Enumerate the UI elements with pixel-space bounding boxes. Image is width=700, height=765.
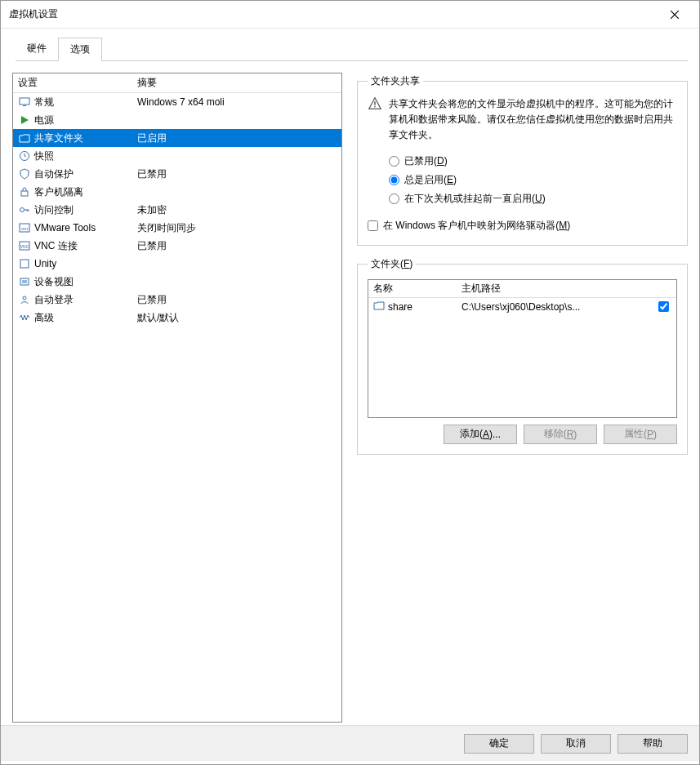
- properties-button[interactable]: 属性(P): [604, 425, 677, 444]
- list-item-label: 自动登录: [34, 293, 74, 307]
- radio-always[interactable]: 总是启用(E): [368, 171, 677, 189]
- ok-button[interactable]: 确定: [464, 734, 534, 754]
- folder-table[interactable]: 名称 主机路径 share C:\Users\xj060\Desktop\s..…: [368, 279, 677, 418]
- list-item-label: Unity: [34, 258, 56, 269]
- list-item[interactable]: VNC VNC 连接 已禁用: [13, 237, 341, 255]
- tab-options[interactable]: 选项: [58, 38, 102, 61]
- list-item-summary: 已禁用: [134, 167, 341, 181]
- svg-rect-3: [21, 191, 28, 196]
- col-name: 名称: [368, 282, 458, 296]
- list-item-label: 自动保护: [34, 167, 74, 181]
- map-drive-label: 在 Windows 客户机中映射为网络驱动器(M): [383, 219, 570, 233]
- share-group-title: 文件夹共享: [368, 74, 423, 88]
- folder-name: share: [388, 301, 412, 313]
- folder-buttons: 添加(A)... 移除(R) 属性(P): [368, 425, 677, 444]
- right-panel: 文件夹共享 共享文件夹会将您的文件显示给虚拟机中的程序。这可能为您的计算机和数据…: [357, 73, 688, 723]
- device-icon: [18, 275, 31, 288]
- key-icon: [18, 203, 31, 216]
- map-drive-input[interactable]: [368, 220, 378, 231]
- list-item[interactable]: vm VMware Tools 关闭时间同步: [13, 219, 341, 237]
- list-item[interactable]: 自动登录 已禁用: [13, 291, 341, 309]
- svg-rect-9: [20, 260, 29, 268]
- list-item-label: VMware Tools: [34, 222, 96, 234]
- radio-always-input[interactable]: [389, 175, 399, 185]
- cancel-button[interactable]: 取消: [541, 734, 611, 754]
- dialog-body: 硬件 选项 设置 摘要 常规 Windows 7 x64 moli 电源 共享文…: [1, 29, 699, 725]
- list-item-label: 访问控制: [34, 203, 74, 217]
- clock-icon: [18, 149, 31, 162]
- svg-rect-13: [374, 106, 375, 107]
- folders-group: 文件夹(F) 名称 主机路径 share C:\Users\xj060\Desk…: [357, 257, 688, 455]
- radio-until-next[interactable]: 在下次关机或挂起前一直启用(U): [368, 189, 677, 208]
- folder-icon: [373, 300, 385, 314]
- list-item[interactable]: 高级 默认/默认: [13, 309, 341, 327]
- list-item[interactable]: 设备视图: [13, 273, 341, 291]
- svg-text:vm: vm: [21, 226, 28, 231]
- list-item-summary: Windows 7 x64 moli: [134, 96, 341, 108]
- share-group: 文件夹共享 共享文件夹会将您的文件显示给虚拟机中的程序。这可能为您的计算机和数据…: [357, 74, 688, 246]
- list-header: 设置 摘要: [13, 73, 341, 93]
- vm-icon: vm: [18, 221, 31, 234]
- warning-row: 共享文件夹会将您的文件显示给虚拟机中的程序。这可能为您的计算机和数据带来风险。请…: [368, 96, 677, 144]
- monitor-icon: [18, 96, 31, 109]
- add-button[interactable]: 添加(A)...: [444, 425, 517, 444]
- list-item-label: 快照: [34, 149, 54, 163]
- radio-always-label: 总是启用(E): [404, 173, 457, 187]
- folder-header: 名称 主机路径: [368, 280, 676, 298]
- close-icon: [670, 10, 680, 20]
- svg-point-4: [20, 208, 25, 212]
- svg-point-11: [23, 296, 26, 300]
- folder-row[interactable]: share C:\Users\xj060\Desktop\s...: [368, 298, 676, 316]
- folders-group-title: 文件夹(F): [368, 257, 416, 271]
- map-drive-check[interactable]: 在 Windows 客户机中映射为网络驱动器(M): [368, 216, 677, 235]
- content-split: 设置 摘要 常规 Windows 7 x64 moli 电源 共享文件夹 已启用…: [12, 61, 688, 723]
- title-bar: 虚拟机设置: [1, 1, 699, 29]
- col-path: 主机路径: [458, 282, 650, 296]
- col-setting: 设置: [13, 76, 134, 90]
- folder-path: C:\Users\xj060\Desktop\s...: [458, 301, 650, 313]
- radio-until-next-label: 在下次关机或挂起前一直启用(U): [404, 192, 546, 206]
- list-item-label: 客户机隔离: [34, 185, 83, 199]
- list-item[interactable]: 自动保护 已禁用: [13, 165, 341, 183]
- window-title: 虚拟机设置: [9, 7, 58, 21]
- list-item[interactable]: 共享文件夹 已启用: [13, 129, 341, 147]
- list-item-label: VNC 连接: [34, 239, 78, 253]
- radio-until-next-input[interactable]: [389, 193, 399, 204]
- unity-icon: [18, 257, 31, 270]
- col-summary: 摘要: [134, 76, 341, 90]
- lock-icon: [18, 185, 31, 198]
- list-item[interactable]: 电源: [13, 111, 341, 129]
- dialog-footer: 确定 取消 帮助: [1, 725, 699, 761]
- list-item-label: 常规: [34, 96, 54, 109]
- list-item-label: 设备视图: [34, 275, 74, 289]
- close-button[interactable]: [658, 2, 691, 27]
- radio-disabled[interactable]: 已禁用(D): [368, 152, 677, 171]
- warning-text: 共享文件夹会将您的文件显示给虚拟机中的程序。这可能为您的计算机和数据带来风险。请…: [389, 96, 677, 144]
- settings-list[interactable]: 设置 摘要 常规 Windows 7 x64 moli 电源 共享文件夹 已启用…: [12, 73, 342, 723]
- wave-icon: [18, 311, 31, 324]
- folder-enabled-check[interactable]: [658, 301, 669, 312]
- list-item[interactable]: 常规 Windows 7 x64 moli: [13, 93, 341, 111]
- radio-disabled-input[interactable]: [389, 156, 399, 167]
- list-item[interactable]: 访问控制 未加密: [13, 201, 341, 219]
- help-button[interactable]: 帮助: [618, 734, 688, 754]
- list-item[interactable]: 快照: [13, 147, 341, 165]
- svg-rect-12: [374, 101, 375, 105]
- list-item-label: 共享文件夹: [34, 131, 83, 145]
- play-icon: [18, 113, 31, 127]
- tab-strip: 硬件 选项: [16, 37, 688, 61]
- vnc-icon: VNC: [18, 239, 31, 252]
- warning-icon: [368, 96, 382, 111]
- remove-button[interactable]: 移除(R): [524, 425, 597, 444]
- svg-rect-10: [20, 278, 29, 285]
- list-item[interactable]: Unity: [13, 255, 341, 273]
- svg-rect-0: [20, 98, 29, 105]
- tab-hardware[interactable]: 硬件: [16, 38, 58, 61]
- autologin-icon: [18, 293, 31, 306]
- svg-text:VNC: VNC: [20, 244, 29, 249]
- folder-share-icon: [18, 131, 31, 145]
- list-item-summary: 已禁用: [134, 293, 341, 307]
- list-item-summary: 已禁用: [134, 239, 341, 253]
- shield-icon: [18, 167, 31, 180]
- list-item[interactable]: 客户机隔离: [13, 183, 341, 201]
